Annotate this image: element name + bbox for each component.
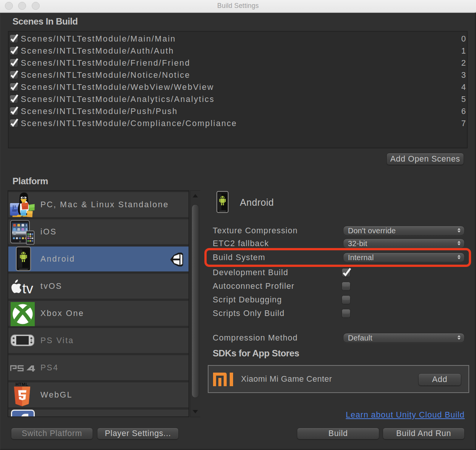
svg-text:tv: tv [22,281,33,295]
svg-text:HTML: HTML [15,382,28,387]
